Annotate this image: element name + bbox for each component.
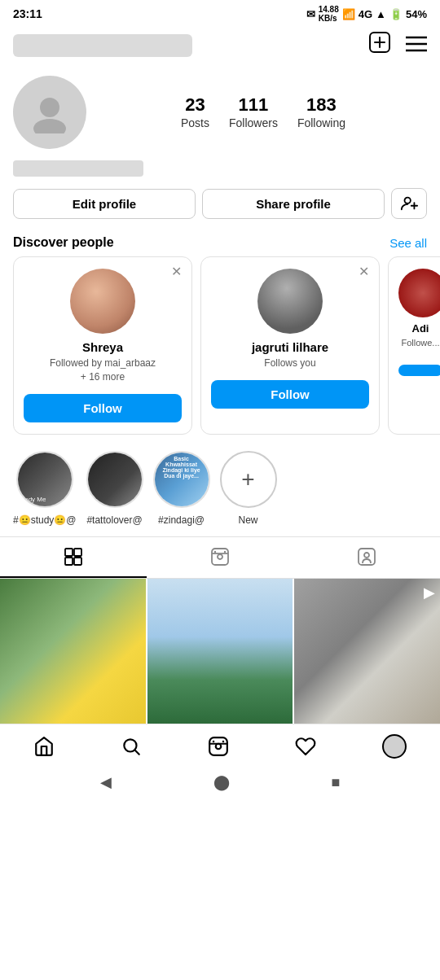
see-all-button[interactable]: See all: [389, 236, 427, 250]
photo-cell-2[interactable]: [147, 579, 293, 724]
reels-nav-button[interactable]: [208, 736, 229, 757]
network-speed: 14.88KB/s: [319, 5, 339, 23]
discover-scroll: ✕ Shreya Followed by mai_arbaaz+ 16 more…: [0, 256, 440, 443]
status-icons: ✉ 14.88KB/s 📶 4G ▲ 🔋 54%: [306, 5, 427, 23]
photo-cell-3[interactable]: ▶: [294, 579, 440, 724]
menu-button[interactable]: [406, 33, 427, 58]
home-button[interactable]: [33, 736, 55, 757]
bottom-nav: [0, 724, 440, 765]
svg-rect-14: [74, 558, 81, 565]
svg-point-17: [214, 550, 216, 552]
battery-icon: 🔋: [389, 8, 403, 20]
svg-point-18: [224, 550, 226, 552]
add-person-button[interactable]: [391, 188, 427, 219]
stories-row: Lady Me #😐study😐@ #tattolover@ BasicKhwa…: [0, 443, 440, 532]
system-nav: ◀ ⬤ ■: [0, 765, 440, 799]
profile-nav-button[interactable]: [382, 734, 407, 759]
action-buttons: Edit profile Share profile: [0, 180, 440, 227]
avatar-wrap: [13, 76, 86, 149]
username-blurred: [13, 34, 192, 57]
svg-point-27: [222, 741, 225, 743]
svg-rect-13: [65, 558, 73, 565]
svg-rect-24: [209, 737, 227, 755]
svg-line-23: [135, 750, 139, 755]
following-stat[interactable]: 183 Following: [297, 94, 345, 130]
story-label-tattoo: #tattolover@: [86, 514, 142, 526]
person-name-shreya: Shreya: [24, 340, 182, 354]
edit-profile-button[interactable]: Edit profile: [13, 189, 196, 219]
signal-bars-icon: ▲: [376, 8, 386, 20]
status-time: 23:11: [13, 7, 42, 20]
stats-row: 23 Posts 111 Followers 183 Following: [99, 94, 427, 130]
svg-rect-20: [359, 549, 375, 565]
person-sub-adi: Followe...: [398, 337, 440, 349]
following-count: 183: [297, 94, 345, 116]
wifi-icon: 📶: [342, 8, 355, 20]
story-label-zindagi: #zindagi@: [158, 514, 205, 526]
story-item-new[interactable]: + New: [220, 451, 277, 527]
person-name-jagruti: jagruti lilhare: [211, 340, 369, 354]
story-img-tattoo: [88, 453, 142, 506]
share-profile-button[interactable]: Share profile: [202, 189, 385, 219]
close-shreya-button[interactable]: ✕: [171, 265, 182, 278]
profile-header: 23 Posts 111 Followers 183 Following: [0, 68, 440, 154]
recent-apps-button[interactable]: ■: [332, 774, 341, 791]
svg-point-21: [364, 553, 369, 558]
svg-point-22: [124, 740, 136, 752]
person-sub-jagruti: Follows you: [211, 357, 369, 370]
story-item-study[interactable]: Lady Me #😐study😐@: [13, 451, 77, 527]
story-item-tattoo[interactable]: #tattolover@: [86, 451, 143, 527]
svg-point-16: [218, 554, 222, 559]
follow-adi-button[interactable]: [398, 365, 440, 376]
discover-title: Discover people: [13, 235, 114, 250]
person-card-shreya: ✕ Shreya Followed by mai_arbaaz+ 16 more…: [13, 256, 192, 435]
avatar-jagruti: [257, 269, 323, 334]
back-button[interactable]: ◀: [100, 773, 112, 791]
story-img-study: Lady Me: [18, 453, 72, 506]
signal-type: 4G: [359, 8, 372, 20]
story-circle-study[interactable]: Lady Me: [16, 451, 73, 508]
follow-shreya-button[interactable]: Follow: [24, 394, 182, 422]
person-sub-shreya: Followed by mai_arbaaz+ 16 more: [24, 357, 182, 384]
person-card-jagruti: ✕ jagruti lilhare Follows you Follow: [200, 256, 380, 435]
story-new-button[interactable]: +: [220, 451, 277, 508]
person-name-adi: Adi: [398, 322, 440, 335]
photo-grid: ▶: [0, 579, 440, 724]
avatar: [13, 76, 86, 149]
home-system-button[interactable]: ⬤: [213, 773, 230, 791]
story-item-zindagi[interactable]: BasicKhwahissat Zindagi ki liyeDua di ja…: [153, 451, 210, 527]
close-jagruti-button[interactable]: ✕: [359, 265, 369, 278]
svg-point-7: [33, 119, 66, 133]
posts-count: 23: [181, 94, 209, 116]
svg-rect-15: [212, 549, 228, 565]
svg-point-26: [213, 741, 215, 743]
reel-icon: ▶: [424, 584, 435, 602]
svg-point-6: [40, 98, 59, 117]
heart-button[interactable]: [295, 736, 316, 757]
story-label-study: #😐study😐@: [13, 514, 77, 526]
photo-cell-1[interactable]: [0, 579, 146, 724]
following-label: Following: [297, 116, 345, 129]
add-post-button[interactable]: [368, 31, 391, 59]
svg-rect-11: [65, 549, 73, 556]
post-tabs: [0, 536, 440, 579]
tab-grid[interactable]: [0, 537, 147, 578]
status-bar: 23:11 ✉ 14.88KB/s 📶 4G ▲ 🔋 54%: [0, 0, 440, 26]
tab-reels[interactable]: [147, 537, 293, 578]
svg-point-8: [405, 198, 411, 203]
followers-stat[interactable]: 111 Followers: [229, 94, 278, 130]
search-button[interactable]: [121, 736, 142, 757]
followers-count: 111: [229, 94, 278, 116]
profile-avatar-nav: [382, 734, 407, 759]
posts-stat[interactable]: 23 Posts: [181, 94, 209, 130]
follow-jagruti-button[interactable]: Follow: [211, 380, 369, 409]
avatar-shreya: [70, 269, 135, 334]
mail-icon: ✉: [306, 8, 315, 20]
nav-icons: [368, 31, 427, 59]
tab-tagged[interactable]: [293, 537, 440, 578]
profile-name-blurred: [13, 160, 143, 177]
posts-label: Posts: [181, 116, 209, 129]
story-circle-tattoo[interactable]: [86, 451, 143, 508]
svg-rect-12: [74, 549, 81, 556]
story-circle-zindagi[interactable]: BasicKhwahissat Zindagi ki liyeDua di ja…: [153, 451, 210, 508]
